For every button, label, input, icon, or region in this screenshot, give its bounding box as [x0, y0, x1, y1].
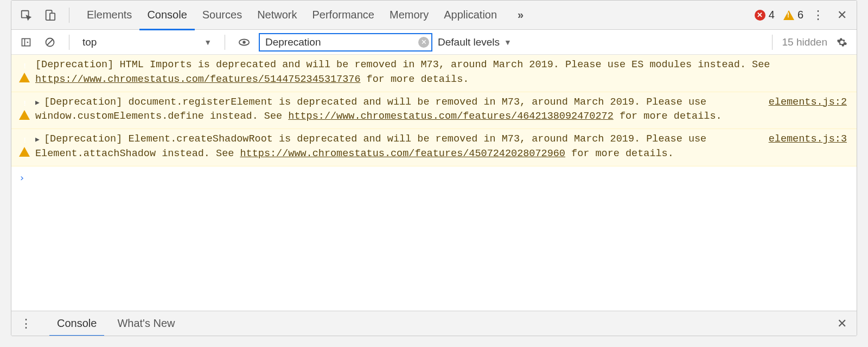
expand-icon[interactable]: ▶ — [35, 135, 42, 145]
warning-icon — [19, 60, 30, 87]
svg-rect-2 — [50, 13, 55, 20]
message-source-link[interactable]: elements.js:3 — [769, 132, 847, 147]
close-drawer-icon[interactable]: ✕ — [833, 314, 851, 333]
prompt-glyph: › — [19, 172, 25, 183]
live-expression-icon[interactable] — [235, 33, 253, 52]
context-label: top — [82, 36, 97, 48]
log-levels-selector[interactable]: Default levels ▼ — [438, 36, 512, 48]
inspect-element-icon[interactable] — [17, 6, 35, 24]
execution-context-selector[interactable]: top ▼ — [79, 36, 215, 48]
device-toolbar-icon[interactable] — [41, 6, 59, 24]
warning-icon — [19, 98, 30, 125]
separator — [69, 35, 69, 50]
message-text: [Deprecation] HTML Imports is deprecated… — [35, 58, 847, 87]
separator — [69, 8, 69, 23]
tab-memory[interactable]: Memory — [382, 1, 436, 30]
error-count-badge[interactable]: ✕ 4 — [755, 9, 775, 21]
error-count: 4 — [769, 9, 775, 21]
console-prompt[interactable]: › — [11, 166, 857, 189]
drawer-tab-what-s-new[interactable]: What's New — [110, 311, 182, 336]
tab-console[interactable]: Console — [139, 1, 194, 30]
drawer-tabs-bar: ⋮ ConsoleWhat's New ✕ — [11, 311, 857, 336]
message-link[interactable]: https://www.chromestatus.com/features/45… — [240, 148, 565, 159]
close-devtools-icon[interactable]: ✕ — [833, 6, 851, 24]
filter-input[interactable] — [259, 33, 432, 52]
console-settings-icon[interactable] — [833, 33, 851, 52]
warning-count-badge[interactable]: 6 — [783, 9, 803, 21]
hidden-messages-label[interactable]: 15 hidden — [782, 36, 827, 48]
message-text: elements.js:2▶[Deprecation] document.reg… — [35, 95, 847, 125]
tab-sources[interactable]: Sources — [195, 1, 250, 30]
console-messages: [Deprecation] HTML Imports is deprecated… — [11, 55, 857, 311]
console-message: elements.js:3▶[Deprecation] Element.crea… — [11, 129, 857, 166]
warning-icon — [19, 134, 30, 162]
filter-input-wrap: ✕ — [259, 33, 432, 52]
message-link[interactable]: https://www.chromestatus.com/features/51… — [35, 74, 361, 85]
tab-network[interactable]: Network — [250, 1, 304, 30]
drawer-menu-icon[interactable]: ⋮ — [17, 314, 35, 333]
tabs-overflow-button[interactable]: » — [510, 1, 531, 30]
console-message: elements.js:2▶[Deprecation] document.reg… — [11, 92, 857, 130]
separator — [225, 35, 225, 50]
tab-performance[interactable]: Performance — [305, 1, 382, 30]
error-icon: ✕ — [755, 10, 765, 21]
overflow-glyph: » — [518, 9, 524, 21]
chevron-down-icon: ▼ — [504, 38, 512, 47]
settings-menu-icon[interactable]: ⋮ — [809, 6, 827, 24]
main-tabs: ElementsConsoleSourcesNetworkPerformance… — [79, 1, 505, 30]
expand-icon[interactable]: ▶ — [35, 98, 42, 108]
drawer-tab-console[interactable]: Console — [49, 311, 104, 336]
console-toolbar: top ▼ ✕ Default levels ▼ 15 hidden — [11, 30, 857, 55]
warning-icon — [783, 10, 794, 20]
clear-filter-icon[interactable]: ✕ — [418, 37, 429, 48]
svg-rect-3 — [22, 38, 30, 46]
console-message: [Deprecation] HTML Imports is deprecated… — [11, 55, 857, 92]
tab-elements[interactable]: Elements — [79, 1, 139, 30]
message-text: elements.js:3▶[Deprecation] Element.crea… — [35, 132, 847, 162]
drawer-tabs: ConsoleWhat's New — [49, 311, 182, 336]
toggle-sidebar-icon[interactable] — [17, 33, 35, 52]
tab-application[interactable]: Application — [436, 1, 505, 30]
chevron-down-icon: ▼ — [204, 38, 212, 47]
levels-label: Default levels — [438, 36, 500, 48]
message-link[interactable]: https://www.chromestatus.com/features/46… — [288, 111, 614, 122]
devtools-tabs-bar: ElementsConsoleSourcesNetworkPerformance… — [11, 1, 857, 30]
svg-point-6 — [242, 41, 246, 44]
warning-count: 6 — [797, 9, 803, 21]
message-source-link[interactable]: elements.js:2 — [769, 95, 847, 110]
separator — [772, 35, 773, 50]
clear-console-icon[interactable] — [41, 33, 59, 52]
